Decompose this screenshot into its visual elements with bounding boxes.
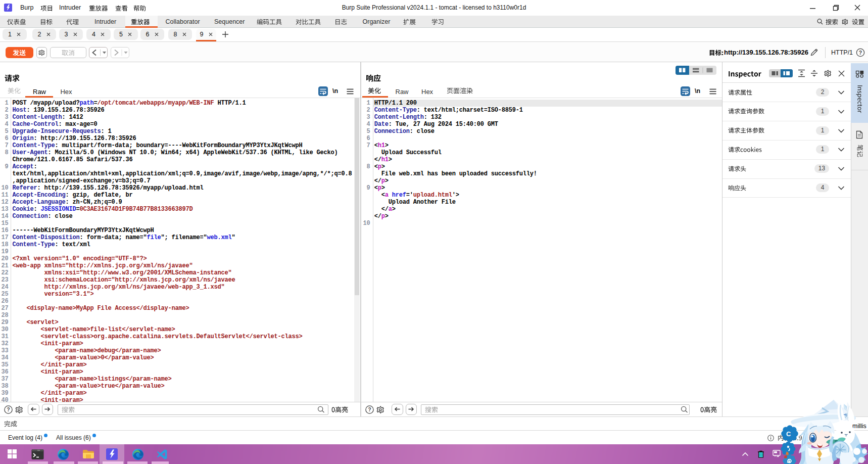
svg-text:?: ? <box>368 407 371 412</box>
svg-text:?: ? <box>7 407 10 412</box>
svg-text:?: ? <box>859 50 862 56</box>
svg-text:C: C <box>786 430 791 438</box>
